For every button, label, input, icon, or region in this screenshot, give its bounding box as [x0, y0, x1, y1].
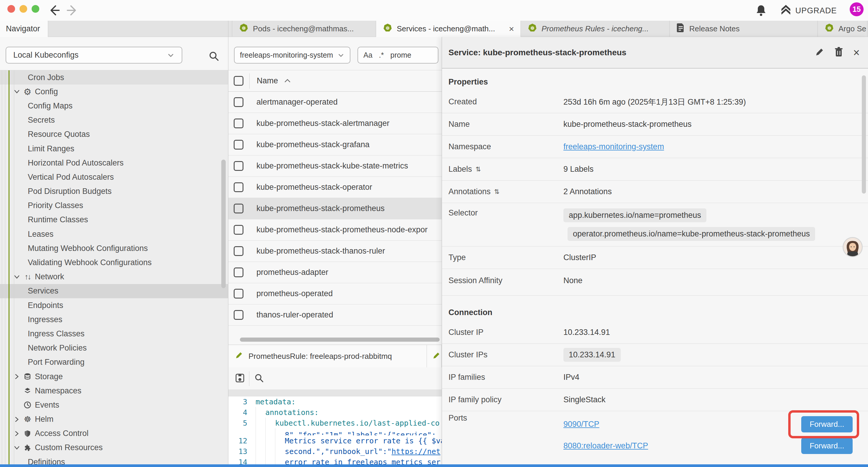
forward-arrow-icon[interactable]: [66, 4, 79, 17]
forward-port-button[interactable]: Forward...: [801, 438, 852, 454]
sidebar-item-port-forwarding[interactable]: Port Forwarding: [0, 355, 228, 370]
sidebar-item-storage[interactable]: Storage: [0, 370, 228, 384]
chevron-down-icon[interactable]: [13, 88, 21, 95]
tab-pods-icecheng-mathmas-[interactable]: ☸Pods - icecheng@mathmas...: [232, 21, 376, 37]
sidebar-item-custom-resources[interactable]: Custom Resources: [0, 441, 228, 455]
table-row[interactable]: alertmanager-operated: [228, 92, 442, 113]
match-case-toggle[interactable]: Aa: [363, 51, 373, 59]
chevron-down-icon[interactable]: [13, 274, 21, 280]
tab-prometheus-rules-icechen[interactable]: ☸Prometheus Rules - icecheng...: [521, 21, 670, 37]
sidebar-item-services[interactable]: Services: [0, 284, 228, 298]
port-link[interactable]: 9090/TCP: [563, 420, 599, 429]
expand-collapse-icon[interactable]: ⇅: [494, 188, 500, 196]
editor-scrollbar-track[interactable]: [228, 390, 442, 396]
expand-collapse-icon[interactable]: ⇅: [476, 166, 481, 173]
notification-count-badge[interactable]: 15: [850, 2, 864, 16]
notifications-bell-icon[interactable]: [755, 4, 767, 17]
sidebar-item-validating-webhook-configurations[interactable]: Validating Webhook Configurations: [0, 255, 228, 269]
save-icon[interactable]: [235, 373, 245, 384]
row-checkbox[interactable]: [234, 225, 243, 235]
table-horizontal-scrollbar[interactable]: [240, 338, 440, 342]
sidebar-item-pod-disruption-budgets[interactable]: Pod Disruption Budgets: [0, 184, 228, 199]
sidebar-item-runtime-classes[interactable]: Runtime Classes: [0, 213, 228, 227]
maximize-window-button[interactable]: [32, 5, 39, 13]
upgrade-button[interactable]: UPGRADE: [780, 4, 837, 17]
yaml-editor[interactable]: 3metadata:4annotations:5kubectl.kubernet…: [228, 396, 442, 467]
row-checkbox[interactable]: [234, 204, 243, 213]
table-row[interactable]: kube-prometheus-stack-grafana: [228, 134, 442, 155]
row-checkbox[interactable]: [234, 289, 243, 298]
editor-tab-prometheusrule[interactable]: PrometheusRule: freeleaps-prod-rabbitmq: [228, 345, 427, 368]
edit-pencil-icon[interactable]: [815, 47, 824, 58]
property-label: Cluster IP: [448, 328, 563, 337]
sidebar-item-ingresses[interactable]: Ingresses: [0, 313, 228, 327]
editor-search-icon[interactable]: [254, 373, 264, 384]
forward-port-button[interactable]: Forward...: [801, 416, 852, 432]
sidebar-item-secrets[interactable]: Secrets: [0, 113, 228, 127]
tab-argo-se[interactable]: ☸Argo Se: [818, 21, 867, 37]
table-row[interactable]: prometheus-adapter: [228, 262, 442, 283]
sidebar-item-events[interactable]: Events: [0, 398, 228, 412]
sidebar-item-mutating-webhook-configurations[interactable]: Mutating Webhook Configurations: [0, 241, 228, 255]
panel-scrollbar[interactable]: [862, 76, 866, 194]
chevron-right-icon[interactable]: [13, 373, 21, 380]
sidebar-item-config-maps[interactable]: Config Maps: [0, 99, 228, 113]
kubeconfig-selector[interactable]: Local Kubeconfigs: [6, 47, 182, 63]
row-checkbox[interactable]: [234, 246, 243, 256]
chevron-right-icon[interactable]: [13, 416, 21, 423]
sidebar-item-network-policies[interactable]: Network Policies: [0, 341, 228, 355]
close-window-button[interactable]: [7, 5, 15, 13]
editor-tab-partial[interactable]: [427, 345, 442, 368]
sidebar-item-config[interactable]: ⚙Config: [0, 85, 228, 99]
table-row[interactable]: kube-prometheus-stack-prometheus-node-ex…: [228, 219, 442, 241]
minimize-window-button[interactable]: [20, 5, 27, 13]
namespace-link[interactable]: freeleaps-monitoring-system: [563, 142, 664, 151]
sidebar-scrollbar[interactable]: [221, 159, 226, 288]
name-column-header[interactable]: Name: [250, 76, 278, 85]
chevron-right-icon[interactable]: [13, 430, 21, 437]
sidebar-item-resource-quotas[interactable]: Resource Quotas: [0, 127, 228, 142]
sidebar-item-leases[interactable]: Leases: [0, 227, 228, 241]
avatar[interactable]: [843, 237, 863, 257]
sidebar-item-vertical-pod-autoscalers[interactable]: Vertical Pod Autoscalers: [0, 170, 228, 184]
table-row[interactable]: kube-prometheus-stack-kube-state-metrics: [228, 155, 442, 177]
row-checkbox[interactable]: [234, 97, 243, 107]
tab-services-icecheng-math-[interactable]: ☸Services - icecheng@math...×: [376, 21, 521, 37]
row-checkbox[interactable]: [234, 161, 243, 171]
sidebar-item-cron-jobs[interactable]: Cron Jobs: [0, 70, 228, 85]
port-link[interactable]: 8080:reloader-web/TCP: [563, 441, 648, 450]
tab-navigator[interactable]: Navigator: [0, 21, 48, 37]
row-checkbox[interactable]: [234, 119, 243, 128]
namespace-selector[interactable]: freeleaps-monitoring-system: [234, 47, 350, 63]
sidebar-item-horizontal-pod-autoscalers[interactable]: Horizontal Pod Autoscalers: [0, 156, 228, 170]
sidebar-item-network[interactable]: ↑↓Network: [0, 270, 228, 284]
search-icon[interactable]: [208, 51, 219, 62]
select-all-checkbox[interactable]: [234, 76, 243, 86]
chevron-down-icon[interactable]: [13, 444, 21, 451]
row-checkbox[interactable]: [234, 310, 243, 320]
row-checkbox[interactable]: [234, 267, 243, 277]
back-arrow-icon[interactable]: [47, 4, 61, 17]
sidebar-item-namespaces[interactable]: Namespaces: [0, 384, 228, 398]
filter-input[interactable]: Aa .* prome: [358, 47, 438, 63]
table-row[interactable]: kube-prometheus-stack-prometheus: [228, 198, 442, 219]
close-icon[interactable]: ×: [853, 47, 860, 58]
row-checkbox[interactable]: [234, 140, 243, 150]
sidebar-item-helm[interactable]: ☸Helm: [0, 412, 228, 427]
table-row[interactable]: kube-prometheus-stack-thanos-ruler: [228, 241, 442, 262]
table-row[interactable]: thanos-ruler-operated: [228, 304, 442, 326]
table-row[interactable]: kube-prometheus-stack-alertmanager: [228, 113, 442, 134]
sidebar-item-endpoints[interactable]: Endpoints: [0, 298, 228, 313]
table-row[interactable]: prometheus-operated: [228, 283, 442, 304]
close-tab-icon[interactable]: ×: [509, 25, 514, 33]
sort-ascending-icon[interactable]: [284, 76, 291, 85]
sidebar-item-limit-ranges[interactable]: Limit Ranges: [0, 142, 228, 156]
sidebar-item-priority-classes[interactable]: Priority Classes: [0, 199, 228, 213]
regex-toggle[interactable]: .*: [379, 51, 384, 59]
tab-release-notes[interactable]: Release Notes: [670, 21, 818, 37]
sidebar-item-ingress-classes[interactable]: Ingress Classes: [0, 327, 228, 341]
sidebar-item-access-control[interactable]: Access Control: [0, 427, 228, 441]
delete-trash-icon[interactable]: [834, 47, 843, 58]
table-row[interactable]: kube-prometheus-stack-operator: [228, 177, 442, 198]
row-checkbox[interactable]: [234, 182, 243, 192]
